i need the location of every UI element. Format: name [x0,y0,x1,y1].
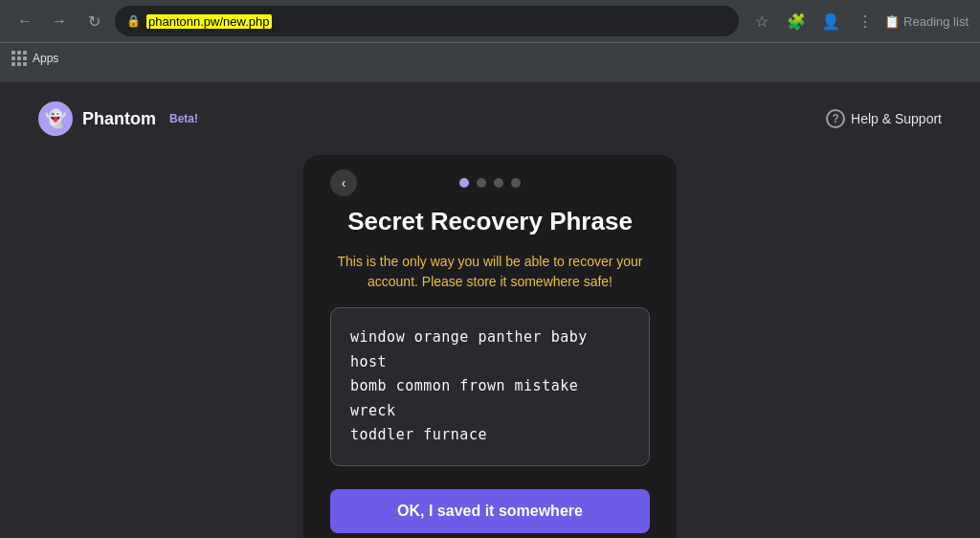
browser-chrome: ← → ↻ 🔒 phantonn.pw/new.php ☆ 🧩 👤 ⋮ 📋 Re… [0,0,980,82]
apps-item[interactable]: Apps [11,51,58,66]
browser-toolbar: ← → ↻ 🔒 phantonn.pw/new.php ☆ 🧩 👤 ⋮ 📋 Re… [0,0,980,42]
dot-1 [459,178,469,188]
lock-icon: 🔒 [126,14,141,28]
page-content: 👻 Phantom Beta! ? Help & Support ‹ Secre… [0,82,980,538]
extensions-button[interactable]: 🧩 [781,6,812,36]
phrase-line-1: window orange panther baby host [350,325,630,374]
reading-list-area[interactable]: 📋 Reading list [884,14,969,29]
menu-button[interactable]: ⋮ [850,6,880,36]
dot-3 [494,178,503,188]
help-support-label: Help & Support [851,111,942,126]
phantom-ghost-icon: 👻 [38,101,73,136]
profile-button[interactable]: 👤 [815,6,846,36]
toolbar-icons: ☆ 🧩 👤 ⋮ 📋 Reading list [746,6,969,36]
dot-4 [511,178,521,188]
bookmark-star-button[interactable]: ☆ [746,6,777,36]
card-back-button[interactable]: ‹ [330,169,357,196]
phrase-line-3: toddler furnace [350,423,630,448]
back-nav-button[interactable]: ← [11,8,38,34]
card-warning-text: This is the only way you will be able to… [330,252,650,292]
reading-list-label: Reading list [903,14,969,29]
phantom-beta-badge: Beta! [169,112,198,125]
phantom-logo: 👻 Phantom Beta! [38,101,198,136]
address-bar[interactable]: 🔒 phantonn.pw/new.php [115,6,739,36]
pagination-dots: ‹ [330,178,650,188]
ext-topbar: 👻 Phantom Beta! ? Help & Support [0,82,980,155]
dot-2 [477,178,486,188]
apps-label-text: Apps [33,52,58,65]
card-title: Secret Recovery Phrase [347,207,633,236]
phantom-name: Phantom [82,109,156,129]
bookmarks-bar: Apps [0,42,980,73]
reload-button[interactable]: ↻ [80,8,107,34]
apps-grid-icon [11,51,27,66]
reading-list-icon: 📋 [884,14,900,29]
url-highlighted: phantonn.pw/new.php [146,14,272,29]
help-question-icon: ? [826,109,845,128]
recovery-phrase-card: ‹ Secret Recovery Phrase This is the onl… [303,155,677,538]
phrase-line-2: bomb common frown mistake wreck [350,374,630,423]
forward-nav-button[interactable]: → [46,8,73,34]
help-support-link[interactable]: ? Help & Support [826,109,942,128]
ok-saved-button[interactable]: OK, I saved it somewhere [330,489,650,533]
phrase-box[interactable]: window orange panther baby host bomb com… [330,307,650,466]
